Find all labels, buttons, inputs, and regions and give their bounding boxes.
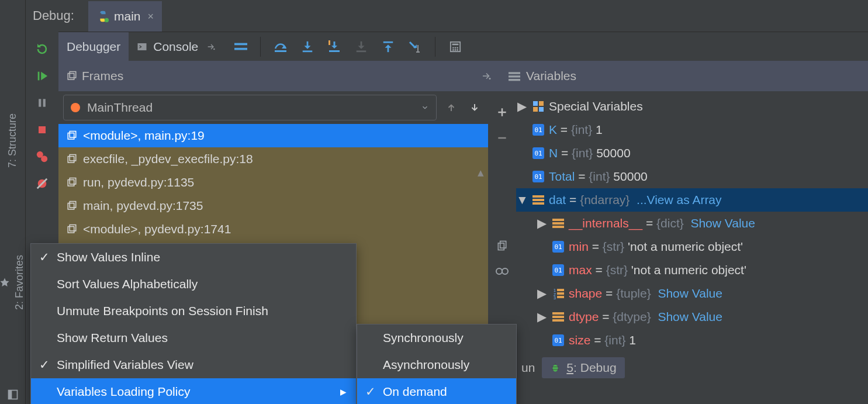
submenu-item[interactable]: Synchronously <box>357 324 516 351</box>
variable-row[interactable]: ▶dtype = {dtype} Show Value <box>516 305 868 329</box>
mute-breakpoints-icon <box>36 177 49 190</box>
context-menu-item[interactable]: Show Return Values <box>31 324 356 351</box>
console-icon <box>137 42 147 52</box>
close-tab-button[interactable]: × <box>145 11 154 23</box>
stop-icon <box>37 125 47 135</box>
debug-settings-context-menu[interactable]: ✓Show Values InlineSort Values Alphabeti… <box>30 243 357 404</box>
new-watch-button[interactable] <box>495 105 509 119</box>
context-menu-item[interactable]: ✓Simplified Variables View <box>31 351 356 378</box>
frame-item[interactable]: run, pydevd.py:1135 <box>58 171 488 194</box>
remove-watch-button[interactable] <box>495 131 509 145</box>
variable-row[interactable]: 01min = {str} 'not a numeric object' <box>516 235 868 258</box>
svg-rect-73 <box>557 292 564 295</box>
rerun-button[interactable] <box>34 41 50 57</box>
show-watches-button[interactable] <box>495 264 509 278</box>
debugger-tab-label: Debugger <box>67 40 120 54</box>
variable-row[interactable]: ▼dat = {ndarray} ...View as Array <box>516 188 868 212</box>
svg-rect-42 <box>70 202 76 208</box>
svg-rect-13 <box>234 43 247 45</box>
frame-item[interactable]: execfile, _pydev_execfile.py:18 <box>58 147 488 171</box>
console-tab[interactable]: Console <box>129 32 226 61</box>
svg-text:01: 01 <box>554 337 562 344</box>
svg-point-23 <box>452 47 454 49</box>
variables-loading-policy-submenu[interactable]: SynchronouslyAsynchronously✓On demand <box>357 324 517 404</box>
svg-rect-77 <box>552 319 564 322</box>
force-step-into-button[interactable] <box>354 40 368 54</box>
previous-frame-button[interactable] <box>446 102 460 113</box>
step-into-my-code-button[interactable] <box>327 40 341 54</box>
svg-rect-46 <box>500 241 506 248</box>
debugger-tab[interactable]: Debugger <box>58 32 129 61</box>
submenu-label: On demand <box>383 385 447 399</box>
variable-row[interactable]: ▶123shape = {tuple} Show Value <box>516 282 868 305</box>
svg-rect-61 <box>532 202 544 205</box>
view-breakpoints-button[interactable] <box>34 149 50 165</box>
step-into-button[interactable] <box>300 40 314 54</box>
svg-text:1: 1 <box>554 288 556 292</box>
frames-icon <box>67 71 77 81</box>
step-over-button[interactable] <box>274 40 288 54</box>
restore-layout-button[interactable] <box>479 69 493 83</box>
context-menu-item[interactable]: Variables Loading Policy▸ <box>31 378 356 404</box>
run-config-tab-main[interactable]: main × <box>88 0 162 32</box>
layout-threads-button[interactable] <box>226 32 255 61</box>
tool-window-layout-button[interactable] <box>7 389 19 400</box>
step-out-icon <box>382 40 395 53</box>
svg-rect-74 <box>557 296 564 298</box>
thread-selector[interactable]: MainThread <box>63 95 437 120</box>
bug-icon <box>550 362 561 373</box>
twisty-icon[interactable]: ▼ <box>516 193 528 207</box>
pane-header: Frames Variables <box>58 61 868 91</box>
variable-content: shape = {tuple} Show Value <box>569 286 722 301</box>
variable-row[interactable]: 01K = {int} 1 <box>516 118 868 141</box>
variable-row[interactable]: ▶__internals__ = {dict} Show Value <box>516 212 868 235</box>
resume-button[interactable] <box>34 68 50 84</box>
debug-toolbar: Debugger Console <box>58 32 868 61</box>
layout-icon <box>7 389 19 400</box>
evaluate-expression-button[interactable] <box>448 40 462 54</box>
variables-icon <box>509 71 520 81</box>
svg-rect-38 <box>70 155 76 161</box>
favorites-tool[interactable]: 2: Favorites <box>0 247 26 318</box>
svg-rect-16 <box>303 50 313 52</box>
context-menu-item[interactable]: Unmute Breakpoints on Session Finish <box>31 298 356 324</box>
mute-breakpoints-button[interactable] <box>34 175 50 192</box>
context-menu-label: Show Return Values <box>57 331 168 345</box>
twisty-icon[interactable]: ▶ <box>516 99 528 113</box>
run-to-cursor-button[interactable] <box>408 40 422 54</box>
context-menu-item[interactable]: ✓Show Values Inline <box>31 244 356 271</box>
twisty-icon[interactable]: ▶ <box>536 286 548 301</box>
variable-row[interactable]: 01max = {str} 'not a numeric object' <box>516 258 868 282</box>
variable-content: Special Variables <box>549 99 643 113</box>
svg-rect-59 <box>532 195 544 198</box>
twisty-icon[interactable]: ▶ <box>536 216 548 230</box>
svg-point-25 <box>457 47 459 49</box>
svg-rect-35 <box>68 133 74 140</box>
structure-tool[interactable]: 7: Structure <box>6 105 19 176</box>
svg-rect-40 <box>70 178 76 185</box>
variable-row[interactable]: 01N = {int} 50000 <box>516 141 868 165</box>
submenu-item[interactable]: Asynchronously <box>357 351 516 378</box>
next-frame-button[interactable] <box>469 102 483 113</box>
step-out-button[interactable] <box>381 40 395 54</box>
copy-button[interactable] <box>495 239 509 253</box>
check-icon: ✓ <box>38 250 51 264</box>
variable-row[interactable]: ▶Special Variables <box>516 95 868 118</box>
frame-item[interactable]: <module>, main.py:19 <box>58 124 488 147</box>
context-menu-item[interactable]: Sort Values Alphabetically <box>31 271 356 298</box>
svg-rect-33 <box>509 75 520 77</box>
stop-button[interactable] <box>34 122 50 138</box>
scroll-up-icon[interactable]: ▴ <box>475 167 486 178</box>
pause-button[interactable] <box>34 95 50 111</box>
variable-row[interactable]: 01Total = {int} 50000 <box>516 165 868 188</box>
plus-icon <box>496 106 508 118</box>
svg-rect-39 <box>68 180 74 187</box>
debug-tool-window-button[interactable]: 5: Debug <box>542 357 624 378</box>
frame-item[interactable]: main, pydevd.py:1735 <box>58 194 488 217</box>
submenu-item[interactable]: ✓On demand <box>357 378 516 404</box>
svg-point-27 <box>455 49 457 51</box>
twisty-icon[interactable]: ▶ <box>536 310 548 324</box>
frame-item[interactable]: <module>, pydevd.py:1741 <box>58 217 488 241</box>
svg-point-47 <box>496 268 502 274</box>
variable-row[interactable]: 01size = {int} 1 <box>516 329 868 352</box>
